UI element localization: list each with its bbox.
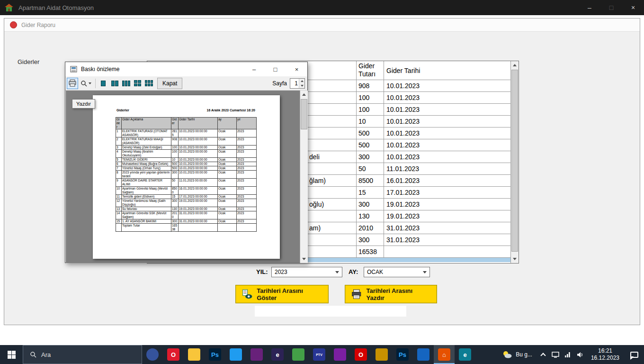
report-cell: 10.01.2023 00:00:00	[179, 137, 218, 146]
magnifier-icon	[80, 80, 87, 87]
vscode-icon[interactable]	[225, 345, 246, 364]
report-header-row: GiderGider AçıklamaGiderGider Tarihiayyı…	[116, 118, 257, 129]
kapat-button[interactable]: Kapat	[157, 78, 182, 89]
month-select[interactable]: OCAK	[364, 267, 430, 277]
preview-scroll-up[interactable]	[300, 91, 308, 99]
scroll-down-arrow[interactable]	[511, 255, 519, 263]
ptv-icon-glyph: PTV	[313, 348, 325, 361]
edge-icon[interactable]: e	[455, 345, 475, 364]
report-cell: Ocak	[218, 150, 237, 158]
netbeans-icon[interactable]	[330, 345, 350, 364]
action-center-icon[interactable]	[624, 345, 644, 364]
page-down-arrow[interactable]	[299, 83, 304, 88]
report-cell: 300	[171, 171, 179, 179]
report-cell: 2023	[237, 171, 257, 179]
search-placeholder: Ara	[41, 351, 51, 358]
maximize-button[interactable]: □	[600, 0, 622, 15]
three-pages-icon	[122, 81, 130, 86]
two-pages-button[interactable]	[109, 78, 120, 89]
tray-display-icon[interactable]	[549, 345, 562, 364]
show-button-label: Tarihleri Arasını Göster	[257, 287, 322, 301]
print-button[interactable]	[67, 78, 78, 89]
report-cell: 2023	[237, 219, 257, 224]
weather-widget[interactable]: Bu g...	[497, 345, 537, 364]
zoom-button[interactable]	[78, 78, 93, 89]
report-cell: 10.01.2023 00:00:00	[179, 158, 218, 162]
taskbar-clock[interactable]: 16:21 16.12.2023	[586, 347, 624, 362]
preview-close-button[interactable]: ×	[286, 62, 307, 76]
preview-scroll-thumb[interactable]	[301, 99, 307, 129]
report-cell: 2023	[237, 150, 257, 158]
grid-header-date[interactable]: Gider Tarihi	[384, 61, 511, 80]
print-between-dates-button[interactable]: Tarihleri Arasını Yazdır	[345, 285, 437, 303]
photoshop-2-icon[interactable]: Ps	[392, 345, 413, 364]
tray-volume-icon[interactable]	[574, 345, 586, 364]
preview-minimize-button[interactable]: –	[243, 62, 265, 76]
opera-gx-icon[interactable]: O	[350, 345, 371, 364]
grid-cell-amt: 130	[357, 210, 384, 222]
gider-raporu-titlebar[interactable]: Gider Raporu	[4, 18, 640, 32]
opera-icon[interactable]: O	[163, 345, 184, 364]
report-cell: ASANSÖR DAİRE STARTER ALIMI	[122, 179, 171, 187]
report-cell: Ocak	[218, 158, 237, 162]
year-select[interactable]: 2023	[271, 267, 342, 277]
report-cell: 8	[116, 171, 122, 179]
three-pages-button[interactable]	[120, 78, 132, 89]
month-label: AY:	[349, 268, 358, 275]
page-up-arrow[interactable]	[299, 79, 304, 83]
visual-studio-icon[interactable]	[246, 345, 267, 364]
four-pages-icon	[134, 80, 141, 86]
start-button[interactable]	[0, 345, 23, 364]
minimize-button[interactable]: –	[579, 0, 600, 15]
visual-studio-icon-glyph	[250, 348, 263, 361]
report-cell: Yönetici Maaş (Orhan Tunç)	[122, 166, 171, 171]
report-cell: 2	[116, 137, 122, 146]
report-cell: 10.01.2023 00:00:00	[179, 171, 218, 179]
show-between-dates-button[interactable]: Tarihleri Arasını Göster	[235, 285, 329, 303]
tray-overflow-chevron[interactable]	[537, 345, 549, 364]
university-logo-icon[interactable]	[142, 345, 163, 364]
report-cell: 2023	[237, 195, 257, 199]
main-titlebar[interactable]: Apartman Aidat Otomasyon – □ ×	[0, 0, 644, 15]
report-cell: 5	[116, 158, 122, 162]
vscode-icon-glyph	[230, 348, 242, 361]
report-row: 2ELEKTRİK FATURASI MAAŞI (ASANSÖR)90810.…	[116, 137, 257, 146]
taskbar-search[interactable]: Ara	[23, 345, 142, 364]
report-header-cell: ay	[218, 118, 237, 129]
grid-vertical-scrollbar[interactable]	[510, 61, 519, 263]
ptv-icon[interactable]: PTV	[309, 345, 330, 364]
print-preview-titlebar[interactable]: Baskı önizleme – □ ×	[65, 62, 307, 76]
report-cell: 1	[116, 129, 122, 137]
tray-network-icon[interactable]	[562, 345, 574, 364]
one-page-button[interactable]	[98, 78, 109, 89]
photos-icon-glyph	[417, 348, 429, 361]
apartman-app-icon[interactable]: ⌂	[434, 345, 455, 364]
preview-scroll-down[interactable]	[300, 255, 308, 263]
report-cell: 2023	[237, 158, 257, 162]
report-cell: Toplam Tutar	[122, 224, 171, 232]
report-cell: 2023 yılında yeni yapılan giderlerin bed…	[122, 171, 171, 179]
report-cell: 6	[116, 162, 122, 166]
grid-cell-amt: 2010	[357, 222, 384, 234]
preview-maximize-button[interactable]: □	[265, 62, 286, 76]
grid-header-amount[interactable]: Gider Tutarı	[357, 61, 384, 80]
report-row: 5TEMİZLİK GİDERİ1010.01.2023 00:00:00Oca…	[116, 158, 257, 162]
scroll-thumb[interactable]	[511, 70, 518, 252]
page-spinner[interactable]: 1	[290, 78, 305, 89]
file-explorer-icon[interactable]	[184, 345, 205, 364]
preview-scrollbar[interactable]	[300, 91, 308, 263]
six-pages-button[interactable]	[143, 78, 154, 89]
report-cell: 15	[171, 195, 179, 199]
eclipse-icon[interactable]: e	[267, 345, 288, 364]
four-pages-button[interactable]	[132, 78, 143, 89]
close-button[interactable]: ×	[622, 0, 644, 15]
report-cell: Ocak	[218, 171, 237, 179]
app-grid-icon[interactable]	[288, 345, 309, 364]
photos-icon[interactable]	[413, 345, 434, 364]
photoshop-icon[interactable]: Ps	[205, 345, 225, 364]
clock-date: 16.12.2023	[591, 355, 619, 362]
report-cell: 8500	[171, 187, 179, 195]
report-row: 1ELEKTRİK FATURASI (OTOMAT ASANSÖR)28151…	[116, 129, 257, 137]
game-icon[interactable]	[371, 345, 392, 364]
scroll-up-arrow[interactable]	[511, 61, 519, 69]
